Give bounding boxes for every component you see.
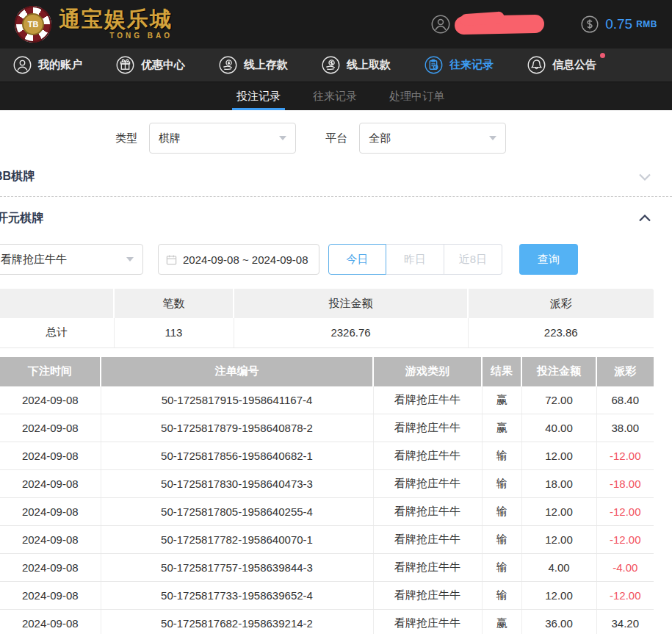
- game-select[interactable]: 看牌抢庄牛牛: [0, 244, 143, 275]
- nav-item-deposit[interactable]: 线上存款: [219, 56, 288, 74]
- col-result: 结果: [482, 357, 521, 386]
- bet-amount-cell: 12.00: [521, 582, 596, 610]
- col-payout: 派彩: [596, 357, 654, 386]
- top-header: TB 通宝娱乐城 TONG BAO 0.75 RMB: [0, 0, 672, 48]
- chevron-down-icon: [489, 136, 496, 140]
- bet-id-cell: 50-1725817856-1958640682-1: [101, 442, 373, 470]
- records-table: 下注时间 注单编号 游戏类别 结果 投注金额 派彩 2024-09-0850-1…: [0, 357, 654, 634]
- nav-item-announcements[interactable]: 信息公告: [527, 56, 596, 74]
- result-cell: 输: [482, 498, 521, 526]
- filter-row: 类型 棋牌 平台 全部: [0, 110, 672, 154]
- section-title: 开元棋牌: [0, 211, 43, 226]
- nav-item-promotions[interactable]: 优惠中心: [116, 56, 185, 74]
- bet-id-cell: 50-1725817682-1958639214-2: [101, 610, 373, 634]
- bet-amount-cell: 12.00: [521, 526, 596, 554]
- chevron-down-icon: [638, 173, 651, 181]
- game-type-cell: 看牌抢庄牛牛: [373, 582, 482, 610]
- site-logo[interactable]: TB 通宝娱乐城 TONG BAO: [15, 6, 173, 43]
- payout-cell: -4.00: [596, 554, 654, 582]
- bet-time-cell: 2024-09-08: [0, 582, 101, 610]
- tab-transaction-records[interactable]: 往来记录: [313, 82, 357, 110]
- chevron-down-icon: [126, 257, 134, 262]
- withdraw-icon: [322, 56, 340, 74]
- bet-amount-cell: 4.00: [521, 554, 596, 582]
- result-cell: 赢: [482, 386, 521, 414]
- summary-header-blank: [0, 289, 114, 318]
- section-bb-qipai[interactable]: BB棋牌: [0, 157, 672, 197]
- chevron-down-icon: [279, 136, 286, 140]
- search-button[interactable]: 查询: [519, 244, 578, 275]
- game-type-cell: 看牌抢庄牛牛: [373, 470, 482, 498]
- deposit-icon: [219, 56, 237, 74]
- section-title: BB棋牌: [0, 169, 35, 184]
- table-row: 2024-09-0850-1725817757-1958639844-3看牌抢庄…: [0, 554, 654, 582]
- section-kaiyuan-qipai[interactable]: 开元棋牌: [0, 197, 672, 239]
- payout-cell: 68.40: [596, 386, 654, 414]
- table-row: 2024-09-0850-1725817805-1958640255-4看牌抢庄…: [0, 498, 654, 526]
- summary-total-row: 总计 113 2326.76 223.86: [0, 318, 654, 347]
- quick-date-buttons: 今日 昨日 近8日: [328, 244, 502, 275]
- table-row: 2024-09-0850-1725817830-1958640473-3看牌抢庄…: [0, 470, 654, 498]
- col-bet-id: 注单编号: [101, 357, 373, 386]
- bet-amount-cell: 12.00: [521, 442, 596, 470]
- payout-cell: 38.00: [596, 414, 654, 442]
- summary-header-payout: 派彩: [468, 289, 654, 318]
- tab-pending-orders[interactable]: 处理中订单: [389, 82, 444, 110]
- game-type-cell: 看牌抢庄牛牛: [373, 610, 482, 634]
- game-type-cell: 看牌抢庄牛牛: [373, 386, 482, 414]
- records-body: 2024-09-0850-1725817915-1958641167-4看牌抢庄…: [0, 386, 654, 634]
- bet-time-cell: 2024-09-08: [0, 414, 101, 442]
- wallet-balance[interactable]: 0.75 RMB: [581, 15, 657, 33]
- total-count: 113: [114, 318, 234, 347]
- result-cell: 赢: [482, 610, 521, 634]
- game-type-cell: 看牌抢庄牛牛: [373, 554, 482, 582]
- summary-header-bet-amount: 投注金额: [234, 289, 468, 318]
- bet-amount-cell: 40.00: [521, 414, 596, 442]
- payout-cell: -12.00: [596, 526, 654, 554]
- col-bet-amount: 投注金额: [521, 357, 596, 386]
- total-label: 总计: [0, 318, 114, 347]
- bell-icon: [527, 56, 546, 74]
- dollar-circle-icon: [581, 15, 599, 33]
- poker-chip-icon: TB: [15, 6, 51, 43]
- query-bar: 看牌抢庄牛牛 2024-09-08 ~ 2024-09-08 今日 昨日 近8日…: [0, 244, 672, 275]
- result-cell: 输: [482, 582, 521, 610]
- user-icon: [13, 56, 32, 74]
- platform-select[interactable]: 全部: [359, 123, 506, 154]
- bet-id-cell: 50-1725817733-1958639652-4: [101, 582, 373, 610]
- yesterday-button[interactable]: 昨日: [386, 244, 444, 275]
- bet-amount-cell: 36.00: [521, 610, 596, 634]
- type-select[interactable]: 棋牌: [149, 123, 296, 154]
- site-title: 通宝娱乐城: [59, 9, 173, 30]
- payout-cell: -18.00: [596, 470, 654, 498]
- summary-table: 笔数 投注金额 派彩 总计 113 2326.76 223.86: [0, 289, 654, 348]
- bet-amount-cell: 12.00: [521, 498, 596, 526]
- balance-currency: RMB: [636, 19, 657, 29]
- bet-time-cell: 2024-09-08: [0, 386, 101, 414]
- nav-item-withdraw[interactable]: 线上取款: [322, 56, 391, 74]
- date-range-input[interactable]: 2024-09-08 ~ 2024-09-08: [158, 244, 319, 275]
- last-8-days-button[interactable]: 近8日: [444, 244, 502, 275]
- result-cell: 输: [482, 442, 521, 470]
- payout-cell: 34.20: [596, 610, 654, 634]
- chevron-up-icon: [638, 214, 651, 223]
- bet-time-cell: 2024-09-08: [0, 470, 101, 498]
- platform-filter-label: 平台: [325, 132, 347, 145]
- nav-item-my-account[interactable]: 我的账户: [13, 56, 82, 74]
- main-nav: 我的账户 优惠中心 线上存款: [0, 48, 672, 82]
- game-type-cell: 看牌抢庄牛牛: [373, 498, 482, 526]
- tab-bet-records[interactable]: 投注记录: [236, 82, 281, 110]
- nav-item-transaction-records[interactable]: 往来记录: [424, 56, 494, 74]
- chip-label: TB: [22, 13, 44, 35]
- bet-time-cell: 2024-09-08: [0, 442, 101, 470]
- col-game-type: 游戏类别: [373, 357, 482, 386]
- records-icon: [424, 56, 443, 74]
- bet-time-cell: 2024-09-08: [0, 526, 101, 554]
- record-subtabs: 投注记录 往来记录 处理中订单: [0, 82, 672, 110]
- bet-time-cell: 2024-09-08: [0, 610, 101, 634]
- bet-id-cell: 50-1725817915-1958641167-4: [101, 386, 373, 414]
- user-avatar-icon[interactable]: [431, 15, 450, 34]
- today-button[interactable]: 今日: [328, 244, 386, 275]
- game-type-cell: 看牌抢庄牛牛: [373, 442, 482, 470]
- bet-id-cell: 50-1725817757-1958639844-3: [101, 554, 373, 582]
